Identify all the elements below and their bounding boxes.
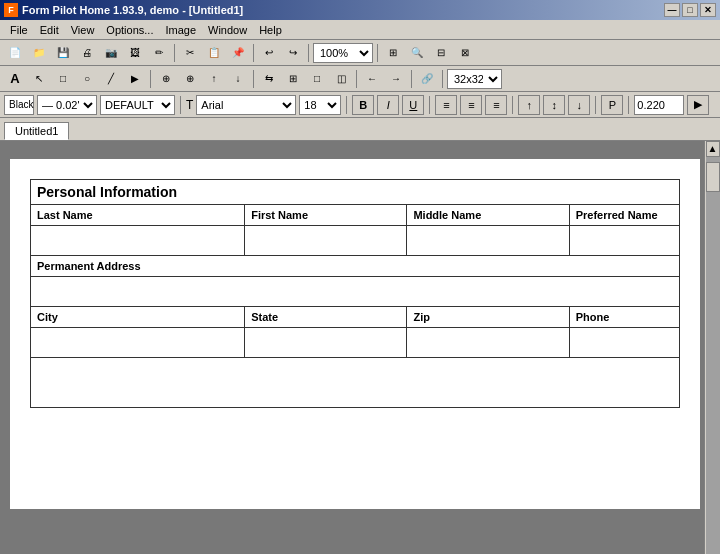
middle-name-label: Middle Name xyxy=(407,205,569,226)
first-name-field[interactable] xyxy=(245,226,407,256)
middle-name-field[interactable] xyxy=(407,226,569,256)
scan-button[interactable]: 📷 xyxy=(100,43,122,63)
maximize-button[interactable]: □ xyxy=(682,3,698,17)
canvas-area: Personal Information Last Name First Nam… xyxy=(0,141,720,554)
color-dropdown[interactable]: Black ▼ xyxy=(4,95,34,115)
preferred-name-field[interactable] xyxy=(569,226,679,256)
draw-btn-7[interactable]: □ xyxy=(306,69,328,89)
menu-options[interactable]: Options... xyxy=(100,22,159,38)
draw-btn-2[interactable]: ⊕ xyxy=(179,69,201,89)
scroll-thumb[interactable] xyxy=(706,162,720,192)
last-name-field[interactable] xyxy=(31,226,245,256)
font-size-select[interactable]: 18 xyxy=(299,95,341,115)
paste-button[interactable]: 📌 xyxy=(227,43,249,63)
link-btn[interactable]: 🔗 xyxy=(416,69,438,89)
minimize-button[interactable]: — xyxy=(664,3,680,17)
scan2-button[interactable]: 🖼 xyxy=(124,43,146,63)
line-width-select[interactable]: — 0.02" xyxy=(37,95,97,115)
font-icon: T xyxy=(186,98,193,112)
number-input[interactable] xyxy=(634,95,684,115)
draw-btn-6[interactable]: ⊞ xyxy=(282,69,304,89)
tab-untitled1[interactable]: Untitled1 xyxy=(4,122,69,140)
menu-image[interactable]: Image xyxy=(159,22,202,38)
tb-btn-search[interactable]: 🔍 xyxy=(406,43,428,63)
rect-tool[interactable]: □ xyxy=(52,69,74,89)
open-button[interactable]: 📁 xyxy=(28,43,50,63)
menu-bar: File Edit View Options... Image Window H… xyxy=(0,20,720,40)
align-left-button[interactable]: ≡ xyxy=(435,95,457,115)
tb-btn-grid[interactable]: ⊟ xyxy=(430,43,452,63)
zip-label: Zip xyxy=(407,307,569,328)
cut-button[interactable]: ✂ xyxy=(179,43,201,63)
permanent-address-label: Permanent Address xyxy=(31,256,680,277)
expand-btn[interactable]: ▶ xyxy=(687,95,709,115)
close-button[interactable]: ✕ xyxy=(700,3,716,17)
draw-btn-5[interactable]: ⇆ xyxy=(258,69,280,89)
align-right-button[interactable]: ≡ xyxy=(485,95,507,115)
line-tool[interactable]: ╱ xyxy=(100,69,122,89)
sep-1 xyxy=(174,44,175,62)
sep-d4 xyxy=(411,70,412,88)
draw-btn-8[interactable]: ◫ xyxy=(330,69,352,89)
align-center-button[interactable]: ≡ xyxy=(460,95,482,115)
style-select[interactable]: DEFAULT xyxy=(100,95,175,115)
scroll-track[interactable] xyxy=(706,157,720,554)
font-name-select[interactable]: Arial xyxy=(196,95,296,115)
italic-button[interactable]: I xyxy=(377,95,399,115)
color-label: Black xyxy=(9,99,33,110)
more-tool[interactable]: ▶ xyxy=(124,69,146,89)
draw-btn-3[interactable]: ↑ xyxy=(203,69,225,89)
tb-btn-7[interactable]: ✏ xyxy=(148,43,170,63)
text-tool[interactable]: A xyxy=(4,69,26,89)
tb-btn-zoom-fit[interactable]: ⊞ xyxy=(382,43,404,63)
underline-button[interactable]: U xyxy=(402,95,424,115)
city-field[interactable] xyxy=(31,328,245,358)
tb-btn-extra[interactable]: ⊠ xyxy=(454,43,476,63)
sep-d5 xyxy=(442,70,443,88)
address-field[interactable] xyxy=(31,277,680,307)
menu-file[interactable]: File xyxy=(4,22,34,38)
menu-edit[interactable]: Edit xyxy=(34,22,65,38)
zoom-select[interactable]: 100% xyxy=(313,43,373,63)
zip-field[interactable] xyxy=(407,328,569,358)
print-button[interactable]: 🖨 xyxy=(76,43,98,63)
first-name-label: First Name xyxy=(245,205,407,226)
sep-d1 xyxy=(150,70,151,88)
ellipse-tool[interactable]: ○ xyxy=(76,69,98,89)
menu-help[interactable]: Help xyxy=(253,22,288,38)
draw-btn-4[interactable]: ↓ xyxy=(227,69,249,89)
arrow-left[interactable]: ← xyxy=(361,69,383,89)
scroll-up-button[interactable]: ▲ xyxy=(706,141,720,157)
extra-row[interactable] xyxy=(31,358,680,408)
draw-btn-1[interactable]: ⊕ xyxy=(155,69,177,89)
sep-f5 xyxy=(595,96,596,114)
arrow-right[interactable]: → xyxy=(385,69,407,89)
sep-f4 xyxy=(512,96,513,114)
preferred-name-label: Preferred Name xyxy=(569,205,679,226)
sep-f3 xyxy=(429,96,430,114)
sep-d3 xyxy=(356,70,357,88)
format-bar: Black ▼ — 0.02" DEFAULT T Arial 18 B I U… xyxy=(0,92,720,118)
p-button[interactable]: P xyxy=(601,95,623,115)
up-arrow-btn[interactable]: ↑ xyxy=(518,95,540,115)
title-bar: F Form Pilot Home 1.93.9, demo - [Untitl… xyxy=(0,0,720,20)
grid-size-select[interactable]: 32x32 xyxy=(447,69,502,89)
undo-button[interactable]: ↩ xyxy=(258,43,280,63)
city-label: City xyxy=(31,307,245,328)
app-icon: F xyxy=(4,3,18,17)
sep-f1 xyxy=(180,96,181,114)
new-button[interactable]: 📄 xyxy=(4,43,26,63)
menu-window[interactable]: Window xyxy=(202,22,253,38)
phone-field[interactable] xyxy=(569,328,679,358)
toolbar-1: 📄 📁 💾 🖨 📷 🖼 ✏ ✂ 📋 📌 ↩ ↪ 100% ⊞ 🔍 ⊟ ⊠ xyxy=(0,40,720,66)
state-field[interactable] xyxy=(245,328,407,358)
phone-label: Phone xyxy=(569,307,679,328)
redo-button[interactable]: ↪ xyxy=(282,43,304,63)
down-arrow-btn[interactable]: ↕ xyxy=(543,95,565,115)
down-btn2[interactable]: ↓ xyxy=(568,95,590,115)
menu-view[interactable]: View xyxy=(65,22,101,38)
save-button[interactable]: 💾 xyxy=(52,43,74,63)
bold-button[interactable]: B xyxy=(352,95,374,115)
copy-button[interactable]: 📋 xyxy=(203,43,225,63)
cursor-tool[interactable]: ↖ xyxy=(28,69,50,89)
